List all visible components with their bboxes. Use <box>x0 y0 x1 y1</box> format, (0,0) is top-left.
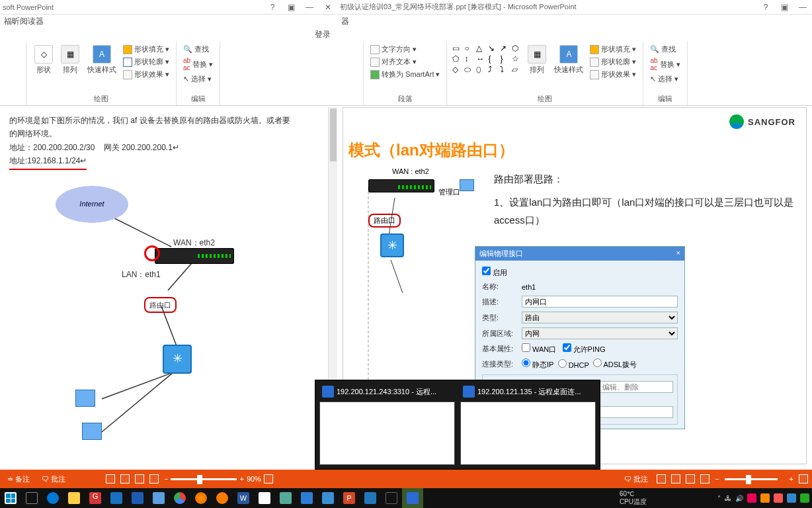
paint-icon[interactable] <box>254 488 275 508</box>
left-reader-label: 福昕阅读器 <box>0 15 337 28</box>
replace-button[interactable]: abac替换 ▾ <box>182 56 214 72</box>
tray-icon[interactable] <box>760 493 770 503</box>
start-button[interactable] <box>0 488 21 508</box>
notepad-icon[interactable] <box>148 488 169 508</box>
zoom-in-icon[interactable]: + <box>790 475 793 483</box>
comments-button-r[interactable]: 🗨批注 <box>621 473 651 486</box>
thumb-rdp-2[interactable]: 192.200.121.135 - 远程桌面连... <box>460 384 596 465</box>
network-icon[interactable]: 🖧 <box>725 495 731 502</box>
view-normal-icon[interactable] <box>106 474 115 484</box>
left-slide-canvas[interactable]: 的环境是如下图所示的情况，我们 af 设备去替换原有的路由器或防火墙。或者要 的… <box>0 107 337 470</box>
dialog-close-icon[interactable]: × <box>676 249 680 259</box>
volume-icon[interactable]: 🔊 <box>735 495 743 502</box>
app-icon[interactable] <box>127 488 148 508</box>
view-slideshow-icon[interactable] <box>149 474 159 484</box>
shape-effect-button[interactable]: 形状效果 ▾ <box>589 69 637 80</box>
shape-effect-button[interactable]: 形状效果 ▾ <box>122 69 171 80</box>
tray-icon[interactable] <box>787 493 796 503</box>
cmd-icon[interactable] <box>381 488 402 508</box>
chrome-icon[interactable] <box>169 488 190 508</box>
zone-select[interactable]: 内网 <box>522 327 678 339</box>
shape-outline-button[interactable]: 形状轮廓 ▾ <box>122 56 171 67</box>
view-reading-icon[interactable] <box>135 474 144 484</box>
align-left-icon[interactable] <box>5 44 16 53</box>
app-icon[interactable] <box>106 488 127 508</box>
zoom-slider[interactable] <box>171 478 237 480</box>
fit-window-icon[interactable] <box>799 474 808 484</box>
comments-button[interactable]: 🗨批注 <box>38 473 69 486</box>
zoom-out-icon[interactable]: − <box>715 475 719 483</box>
desc-input[interactable] <box>522 296 678 308</box>
shape-fill-button[interactable]: 形状填充 ▾ <box>589 44 637 55</box>
edge-icon[interactable] <box>42 488 63 508</box>
arrange-button[interactable]: ▦ 排列 <box>58 44 82 76</box>
quickstyle-button[interactable]: A 快速样式 <box>85 44 119 76</box>
align-center-icon[interactable] <box>5 55 16 64</box>
word-icon[interactable]: W <box>233 488 254 508</box>
tray-icon[interactable] <box>800 493 809 503</box>
smartart-button[interactable]: 转换为 SmartArt ▾ <box>369 69 441 80</box>
login-label[interactable]: 登录 <box>0 28 337 41</box>
find-button[interactable]: 🔍查找 <box>649 44 681 55</box>
align-icon[interactable] <box>343 55 353 64</box>
zoom-out-icon[interactable]: − <box>164 475 168 483</box>
app-icon[interactable]: G <box>85 488 106 508</box>
view-normal-icon[interactable] <box>657 474 666 484</box>
view-sorter-icon[interactable] <box>120 474 130 484</box>
minimize-icon[interactable]: — <box>796 3 809 12</box>
find-button[interactable]: 🔍查找 <box>182 44 214 55</box>
align-right-icon[interactable] <box>5 66 16 75</box>
text-direction-button[interactable]: 文字方向 ▾ <box>369 44 441 55</box>
rdp-icon[interactable] <box>402 488 423 508</box>
align-text-button[interactable]: 对齐文本 ▾ <box>369 56 441 67</box>
left-ribbon: ◇ 形状 ▦ 排列 A 快速样式 形状填充 ▾ 形状轮廓 ▾ 形状效果 ▾ 绘图 <box>0 41 337 106</box>
help-icon[interactable]: ? <box>266 3 279 12</box>
powerpoint-icon[interactable]: P <box>339 488 360 508</box>
type-select[interactable]: 路由 <box>522 312 678 323</box>
thumb-rdp-1[interactable]: 192.200.121.243:3310 - 远程... <box>319 384 455 465</box>
help-icon[interactable]: ? <box>759 3 772 12</box>
firefox-icon[interactable] <box>190 488 212 508</box>
shape-fill-button[interactable]: 形状填充 ▾ <box>122 44 171 55</box>
app-icon[interactable] <box>296 488 317 508</box>
close-icon[interactable]: ✕ <box>321 3 335 12</box>
app-icon[interactable] <box>360 488 381 508</box>
route-port-label: 路由口 <box>144 297 177 314</box>
align-icon[interactable] <box>343 66 353 75</box>
restore-icon[interactable]: ▣ <box>284 3 298 12</box>
task-view-button[interactable] <box>21 488 42 508</box>
shapes-button[interactable]: ◇ 形状 <box>32 44 56 76</box>
notes-button[interactable]: ≐备注 <box>4 473 33 486</box>
zoom-in-icon[interactable]: + <box>239 475 243 483</box>
system-tray[interactable]: ˄ 🖧 🔊 <box>717 488 809 508</box>
select-button[interactable]: ↖选择 ▾ <box>649 73 681 85</box>
view-sorter-icon[interactable] <box>671 474 680 484</box>
arrange-button[interactable]: ▦排列 <box>525 44 549 76</box>
select-button[interactable]: ↖选择 ▾ <box>182 73 214 85</box>
fit-window-icon[interactable] <box>264 474 273 484</box>
conn-adsl-radio[interactable]: ADSL拨号 <box>593 359 637 370</box>
zoom-slider[interactable] <box>725 478 784 480</box>
restore-icon[interactable]: ▣ <box>778 3 791 12</box>
ping-checkbox[interactable]: 允许PING <box>563 343 606 355</box>
view-reading-icon[interactable] <box>686 474 695 484</box>
explorer-icon[interactable] <box>63 488 85 508</box>
enable-checkbox[interactable]: 启用 <box>482 267 507 278</box>
shape-outline-button[interactable]: 形状轮廓 ▾ <box>589 56 637 67</box>
app-icon[interactable] <box>212 488 233 508</box>
view-slideshow-icon[interactable] <box>700 474 710 484</box>
conn-static-radio[interactable]: 静态IP <box>522 359 553 370</box>
app-icon[interactable] <box>317 488 339 508</box>
align-icon[interactable] <box>343 44 353 53</box>
tray-icon[interactable] <box>774 493 783 503</box>
replace-button[interactable]: abac替换 ▾ <box>649 56 681 72</box>
minimize-icon[interactable]: — <box>303 3 316 12</box>
tray-icon[interactable] <box>747 493 756 503</box>
tray-up-icon[interactable]: ˄ <box>717 495 721 502</box>
quickstyle-button[interactable]: A快速样式 <box>551 44 586 76</box>
wan-checkbox[interactable]: WAN口 <box>522 343 556 355</box>
zoom-level[interactable]: 90% <box>247 475 261 483</box>
conn-dhcp-radio[interactable]: DHCP <box>558 359 589 369</box>
shape-gallery[interactable]: ▭○△↘↗⬡ ⬠↕↔{}☆ ◇⬭⬯⤴⤵▱ <box>452 44 522 74</box>
app-icon[interactable] <box>275 488 296 508</box>
